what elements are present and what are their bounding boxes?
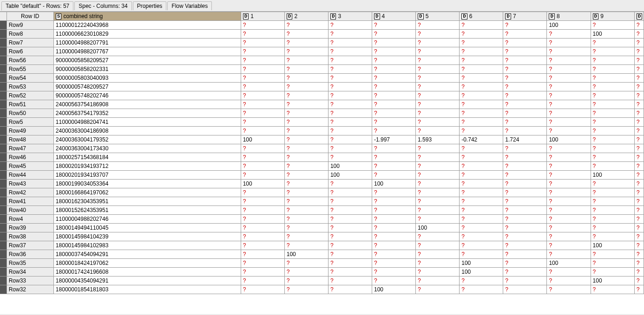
- table-row[interactable]: Row4924000363004186908??????????: [0, 127, 644, 135]
- combined-string-cell: 90000005748209527: [53, 83, 241, 91]
- table-row[interactable]: Row5124000563754186908??????????: [0, 100, 644, 109]
- table-row[interactable]: Row811000006623010829????????100?: [0, 30, 644, 39]
- data-cell: ?: [547, 144, 591, 153]
- combined-string-cell: 24000563754186908: [53, 100, 241, 109]
- table-row[interactable]: Row3718000145984102983????????100?: [0, 241, 644, 250]
- row-stub: [0, 127, 7, 135]
- table-row[interactable]: Row3318000004354094291????????100?: [0, 276, 644, 285]
- column-header-d1[interactable]: D1: [241, 12, 284, 21]
- tab-2[interactable]: Properties: [133, 1, 167, 10]
- column-header-rowid[interactable]: Row ID: [7, 12, 53, 21]
- data-cell-partial: ?: [634, 259, 644, 268]
- data-cell: ?: [372, 47, 415, 56]
- table-row[interactable]: Row5490000005803040093??????????: [0, 74, 644, 83]
- data-cell: ?: [416, 56, 460, 65]
- data-cell: ?: [328, 268, 372, 276]
- table-row[interactable]: Row4018000152624353951??????????: [0, 206, 644, 215]
- column-header-d4[interactable]: D4: [372, 12, 415, 21]
- data-cell: ?: [284, 118, 328, 127]
- table-row[interactable]: Row3618000037454094291?100????????: [0, 250, 644, 259]
- data-cell: ?: [547, 276, 591, 285]
- data-cell: ?: [591, 153, 634, 162]
- data-cell: ?: [372, 276, 415, 285]
- column-header-d2[interactable]: D2: [284, 12, 328, 21]
- column-header-d3[interactable]: D3: [328, 12, 372, 21]
- data-cell: ?: [241, 30, 284, 39]
- table-row[interactable]: Row4218000166864197062??????????: [0, 188, 644, 197]
- combined-string-cell: 18000201934193707: [53, 171, 241, 180]
- table-row[interactable]: Row4724000363004173430??????????: [0, 144, 644, 153]
- table-row[interactable]: Row4518000201934193712??100???????: [0, 162, 644, 171]
- table-row[interactable]: Row3518000018424197062?????100?100??: [0, 259, 644, 268]
- data-cell: ?: [547, 83, 591, 91]
- table-header-row: Row IDScombined stringD1D2D3D4D5D6D7D8D9…: [0, 12, 644, 21]
- combined-string-cell: 18000199034053364: [53, 180, 241, 188]
- data-cell: ?: [284, 100, 328, 109]
- table-row[interactable]: Row3418000017424196608?????100????: [0, 268, 644, 276]
- table-row[interactable]: Row5390000005748209527??????????: [0, 83, 644, 91]
- tab-strip: Table "default" - Rows: 57Spec - Columns…: [0, 0, 644, 12]
- table-row[interactable]: Row5690000005858209527??????????: [0, 56, 644, 65]
- tab-0[interactable]: Table "default" - Rows: 57: [1, 1, 73, 11]
- data-cell-partial: ?: [634, 241, 644, 250]
- table-row[interactable]: Row3918000149494110045????100?????: [0, 224, 644, 232]
- row-id-cell: Row48: [7, 135, 53, 144]
- table-row[interactable]: Row4824000363004179352100??-1.9971.593-0…: [0, 135, 644, 144]
- data-cell-partial: ?: [634, 268, 644, 276]
- data-cell: 100: [591, 171, 634, 180]
- table-row[interactable]: Row4418000201934193707??100?????100?: [0, 171, 644, 180]
- data-cell: ?: [284, 83, 328, 91]
- row-stub: [0, 276, 7, 285]
- table-row[interactable]: Row911000012224043968???????100??: [0, 21, 644, 30]
- table-row[interactable]: Row4318000199034053364100??100??????: [0, 180, 644, 188]
- row-id-cell: Row5: [7, 118, 53, 127]
- table-row[interactable]: Row5024000563754179352??????????: [0, 109, 644, 118]
- data-cell: ?: [547, 153, 591, 162]
- data-cell: ?: [416, 162, 460, 171]
- data-cell: ?: [372, 65, 415, 74]
- table-row[interactable]: Row5290000005748202746??????????: [0, 91, 644, 100]
- data-cell: ?: [241, 224, 284, 232]
- data-cell: ?: [503, 241, 547, 250]
- data-cell: ?: [372, 30, 415, 39]
- column-header-d6[interactable]: D6: [460, 12, 503, 21]
- data-cell: ?: [284, 91, 328, 100]
- data-cell: ?: [328, 188, 372, 197]
- table-row[interactable]: Row4118000162304353951??????????: [0, 197, 644, 206]
- tab-3[interactable]: Flow Variables: [167, 1, 212, 10]
- column-header-partial[interactable]: D: [634, 12, 644, 21]
- tab-1[interactable]: Spec - Columns: 34: [74, 1, 131, 10]
- table-body: Row911000012224043968???????100??Row8110…: [0, 21, 644, 294]
- data-cell: ?: [241, 188, 284, 197]
- data-cell: ?: [241, 197, 284, 206]
- column-header-d8[interactable]: D8: [547, 12, 591, 21]
- table-row[interactable]: Row611000004988207767??????????: [0, 47, 644, 56]
- column-header-d7[interactable]: D7: [503, 12, 547, 21]
- column-header-combined-string[interactable]: Scombined string: [53, 12, 241, 21]
- table-row[interactable]: Row3818000145984104239??????????: [0, 232, 644, 241]
- table-row[interactable]: Row5590000005858202331??????????: [0, 65, 644, 74]
- table-row[interactable]: Row3218000001854181803???100??????: [0, 285, 644, 294]
- table-row[interactable]: Row4618000257154368184??????????: [0, 153, 644, 162]
- data-cell: ?: [416, 171, 460, 180]
- data-cell: ?: [284, 153, 328, 162]
- data-cell-partial: ?: [634, 197, 644, 206]
- data-cell: ?: [416, 47, 460, 56]
- table-row[interactable]: Row711000004988207791??????????: [0, 39, 644, 47]
- data-cell: ?: [591, 232, 634, 241]
- data-cell: ?: [416, 206, 460, 215]
- table-row[interactable]: Row511000004988204741??????????: [0, 118, 644, 127]
- column-header-d9[interactable]: D9: [591, 12, 634, 21]
- data-cell: 1.593: [416, 135, 460, 144]
- data-cell: ?: [372, 232, 415, 241]
- data-cell: ?: [284, 171, 328, 180]
- column-header-d5[interactable]: D5: [416, 12, 460, 21]
- data-cell: ?: [241, 285, 284, 294]
- row-stub: [0, 241, 7, 250]
- data-cell: ?: [547, 47, 591, 56]
- data-cell: ?: [591, 144, 634, 153]
- data-cell: ?: [460, 162, 503, 171]
- table-row[interactable]: Row411000004988202746??????????: [0, 215, 644, 224]
- table-viewport: Row IDScombined stringD1D2D3D4D5D6D7D8D9…: [0, 12, 644, 314]
- data-cell: ?: [503, 109, 547, 118]
